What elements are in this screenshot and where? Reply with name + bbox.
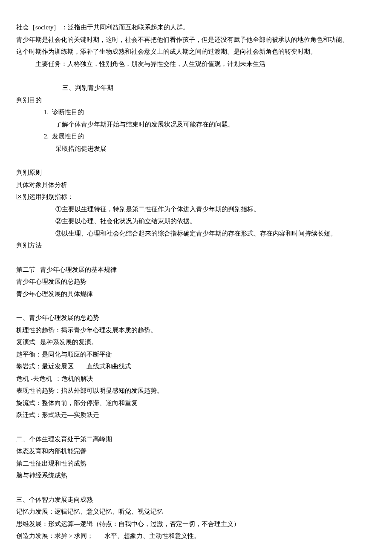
text-line: 2. 发展性目的	[16, 130, 376, 143]
text-line: 判别方法	[16, 239, 376, 252]
blank-line	[16, 542, 376, 554]
text-line: ②主要以心理、社会化状况为确立结束期的依据。	[16, 215, 376, 227]
blank-line	[16, 300, 376, 312]
text-line: 表现性的趋势：指从外部可以明显感知的发展趋势。	[16, 385, 376, 397]
text-line: 跃迁式：形式跃迁—实质跃迁	[16, 409, 376, 421]
blank-line	[16, 70, 376, 82]
text-line: 采取措施促进发展	[16, 143, 376, 155]
text-line: 区别运用判别指标：	[16, 191, 376, 203]
text-line: 第二性征出现和性的成熟	[16, 457, 376, 470]
text-line: 二、个体生理发育处于第二高峰期	[16, 433, 376, 446]
text-line: 了解个体青少年期开始与结束时的发展状况及可能存在的问题。	[16, 118, 376, 131]
text-line: 1. 诊断性目的	[16, 106, 376, 118]
blank-line	[16, 252, 376, 264]
text-line: 体态发育和内部机能完善	[16, 445, 376, 457]
text-line: 判别原则	[16, 167, 376, 179]
text-line: 机理性的趋势：揭示青少年心理发展本质的趋势。	[16, 324, 376, 336]
text-line: 三、判别青少年期	[16, 82, 376, 94]
text-line: 创造力发展：求异 > 求同； 水平、想象力、主动性和意义性。	[16, 530, 376, 542]
text-line: 判别目的	[16, 94, 376, 106]
blank-line	[16, 421, 376, 433]
text-line: 第二节 青少年心理发展的基本规律	[16, 264, 376, 276]
text-line: ③以生理、心理和社会化结合起来的综合指标确定青少年期的存在形式、存在内容和时间持…	[16, 227, 376, 240]
text-line: 旋流式：整体向前，部分停滞、逆向和重复	[16, 397, 376, 409]
text-line: 趋平衡：是同化与顺应的不断平衡	[16, 348, 376, 361]
blank-line	[16, 482, 376, 494]
text-line: 脑与神经系统成熟	[16, 469, 376, 482]
text-line: 主要任务：人格独立，性别角色，朋友与异性交往，人生观价值观，计划未来生活	[16, 58, 376, 70]
text-line: 一、青少年心理发展的总趋势	[16, 312, 376, 324]
text-line: 三、个体智力发展走向成熟	[16, 494, 376, 506]
text-line: ①主要以生理特征，特别是第二性征作为个体进入青少年期的判别指标。	[16, 203, 376, 216]
text-line: 复演式 是种系发展的复演。	[16, 336, 376, 348]
text-line: 社会［society］ ：泛指由于共同利益而互相联系起来的人群。	[16, 21, 376, 34]
text-line: 记忆力发展：逻辑记忆、意义记忆、听觉、视觉记忆	[16, 506, 376, 518]
text-line: 攀岩式：最近发展区 直线式和曲线式	[16, 360, 376, 373]
document-body: 社会［society］ ：泛指由于共同利益而互相联系起来的人群。青少年期是社会化…	[16, 21, 376, 555]
text-line: 危机 -去危机 ：危机的解决	[16, 373, 376, 385]
text-line: 具体对象具体分析	[16, 179, 376, 191]
text-line: 青少年期是社会化的关键时期，这时，社会不再把他们看作孩子，但是还没有赋予他全部的…	[16, 34, 376, 46]
text-line: 青少年心理发展的具体规律	[16, 288, 376, 300]
text-line: 青少年心理发展的总趋势	[16, 276, 376, 288]
text-line: 这个时期作为训练期，添补了生物成熟和社会意义上的成人期之间的过渡期。是向社会新角…	[16, 46, 376, 58]
blank-line	[16, 155, 376, 167]
text-line: 思维发展：形式运算—逻辑（特点：自我中心，过激，否定一切，不合理主义）	[16, 518, 376, 530]
